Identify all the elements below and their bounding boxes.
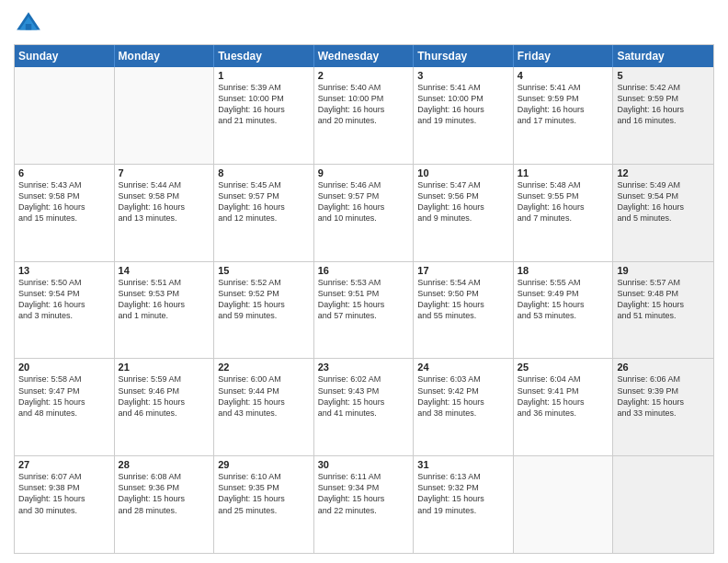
day-number: 16	[318, 265, 410, 276]
day-number: 27	[18, 459, 110, 470]
day-info: Sunrise: 5:59 AM Sunset: 9:46 PM Dayligh…	[119, 373, 210, 419]
day-number: 14	[119, 265, 210, 276]
day-number: 20	[18, 362, 110, 373]
day-number: 5	[617, 70, 710, 81]
svg-rect-2	[26, 24, 31, 29]
calendar-cell: 18Sunrise: 5:55 AM Sunset: 9:49 PM Dayli…	[514, 262, 614, 359]
day-info: Sunrise: 6:07 AM Sunset: 9:38 PM Dayligh…	[18, 471, 110, 516]
day-info: Sunrise: 5:55 AM Sunset: 9:49 PM Dayligh…	[518, 277, 609, 322]
calendar-cell: 31Sunrise: 6:13 AM Sunset: 9:32 PM Dayli…	[414, 456, 514, 553]
calendar-cell: 17Sunrise: 5:54 AM Sunset: 9:50 PM Dayli…	[414, 262, 514, 359]
day-info: Sunrise: 6:00 AM Sunset: 9:44 PM Dayligh…	[218, 373, 310, 419]
calendar-row-1: 1Sunrise: 5:39 AM Sunset: 10:00 PM Dayli…	[15, 67, 713, 164]
calendar-cell: 24Sunrise: 6:03 AM Sunset: 9:42 PM Dayli…	[414, 359, 514, 455]
day-number: 6	[18, 167, 110, 178]
day-info: Sunrise: 5:42 AM Sunset: 9:59 PM Dayligh…	[617, 82, 710, 127]
calendar-cell: 15Sunrise: 5:52 AM Sunset: 9:52 PM Dayli…	[214, 262, 314, 359]
day-number: 18	[518, 265, 609, 276]
calendar-cell: 10Sunrise: 5:47 AM Sunset: 9:56 PM Dayli…	[414, 165, 514, 261]
day-info: Sunrise: 5:50 AM Sunset: 9:54 PM Dayligh…	[18, 277, 110, 322]
day-number: 4	[518, 70, 609, 81]
calendar-cell: 29Sunrise: 6:10 AM Sunset: 9:35 PM Dayli…	[214, 456, 314, 553]
calendar-cell	[15, 67, 115, 164]
day-info: Sunrise: 5:51 AM Sunset: 9:53 PM Dayligh…	[119, 277, 210, 322]
day-info: Sunrise: 6:02 AM Sunset: 9:43 PM Dayligh…	[318, 373, 410, 419]
weekday-header-tuesday: Tuesday	[214, 45, 314, 67]
day-info: Sunrise: 5:41 AM Sunset: 10:00 PM Daylig…	[417, 82, 509, 127]
calendar-cell: 2Sunrise: 5:40 AM Sunset: 10:00 PM Dayli…	[314, 67, 415, 164]
calendar: SundayMondayTuesdayWednesdayThursdayFrid…	[14, 44, 714, 554]
day-number: 22	[218, 362, 310, 373]
day-info: Sunrise: 5:53 AM Sunset: 9:51 PM Dayligh…	[318, 277, 410, 322]
calendar-cell	[115, 67, 215, 164]
day-info: Sunrise: 5:46 AM Sunset: 9:57 PM Dayligh…	[318, 179, 410, 224]
day-info: Sunrise: 5:58 AM Sunset: 9:47 PM Dayligh…	[18, 373, 110, 419]
calendar-cell: 1Sunrise: 5:39 AM Sunset: 10:00 PM Dayli…	[214, 67, 314, 164]
day-info: Sunrise: 5:40 AM Sunset: 10:00 PM Daylig…	[318, 82, 410, 127]
day-number: 8	[218, 167, 310, 178]
calendar-cell: 16Sunrise: 5:53 AM Sunset: 9:51 PM Dayli…	[314, 262, 415, 359]
logo-icon	[14, 9, 43, 39]
day-info: Sunrise: 5:47 AM Sunset: 9:56 PM Dayligh…	[417, 179, 509, 224]
weekday-header-friday: Friday	[514, 45, 614, 67]
calendar-cell: 9Sunrise: 5:46 AM Sunset: 9:57 PM Daylig…	[314, 165, 415, 261]
day-number: 26	[617, 362, 710, 373]
calendar-cell	[613, 456, 713, 553]
calendar-cell: 11Sunrise: 5:48 AM Sunset: 9:55 PM Dayli…	[514, 165, 614, 261]
day-number: 31	[417, 459, 509, 470]
day-info: Sunrise: 5:52 AM Sunset: 9:52 PM Dayligh…	[218, 277, 310, 322]
day-number: 3	[417, 70, 509, 81]
day-number: 2	[318, 70, 410, 81]
calendar-cell: 22Sunrise: 6:00 AM Sunset: 9:44 PM Dayli…	[214, 359, 314, 455]
day-number: 25	[518, 362, 609, 373]
calendar-cell: 12Sunrise: 5:49 AM Sunset: 9:54 PM Dayli…	[613, 165, 713, 261]
day-number: 17	[417, 265, 509, 276]
day-info: Sunrise: 5:43 AM Sunset: 9:58 PM Dayligh…	[18, 179, 110, 224]
calendar-cell: 23Sunrise: 6:02 AM Sunset: 9:43 PM Dayli…	[314, 359, 415, 455]
day-number: 15	[218, 265, 310, 276]
calendar-row-3: 13Sunrise: 5:50 AM Sunset: 9:54 PM Dayli…	[15, 261, 713, 359]
calendar-cell: 3Sunrise: 5:41 AM Sunset: 10:00 PM Dayli…	[414, 67, 514, 164]
calendar-body: 1Sunrise: 5:39 AM Sunset: 10:00 PM Dayli…	[15, 67, 713, 553]
day-info: Sunrise: 6:04 AM Sunset: 9:41 PM Dayligh…	[518, 373, 609, 419]
day-info: Sunrise: 6:10 AM Sunset: 9:35 PM Dayligh…	[218, 471, 310, 516]
weekday-header-thursday: Thursday	[414, 45, 514, 67]
calendar-cell: 30Sunrise: 6:11 AM Sunset: 9:34 PM Dayli…	[314, 456, 415, 553]
day-number: 24	[417, 362, 509, 373]
calendar-cell: 14Sunrise: 5:51 AM Sunset: 9:53 PM Dayli…	[115, 262, 215, 359]
day-info: Sunrise: 5:45 AM Sunset: 9:57 PM Dayligh…	[218, 179, 310, 224]
calendar-cell: 26Sunrise: 6:06 AM Sunset: 9:39 PM Dayli…	[613, 359, 713, 455]
calendar-cell: 4Sunrise: 5:41 AM Sunset: 9:59 PM Daylig…	[514, 67, 614, 164]
day-number: 1	[218, 70, 310, 81]
day-number: 9	[318, 167, 410, 178]
day-info: Sunrise: 6:03 AM Sunset: 9:42 PM Dayligh…	[417, 373, 509, 419]
logo	[14, 9, 47, 39]
calendar-cell: 6Sunrise: 5:43 AM Sunset: 9:58 PM Daylig…	[15, 165, 115, 261]
day-info: Sunrise: 5:49 AM Sunset: 9:54 PM Dayligh…	[617, 179, 710, 224]
calendar-cell: 13Sunrise: 5:50 AM Sunset: 9:54 PM Dayli…	[15, 262, 115, 359]
day-info: Sunrise: 5:39 AM Sunset: 10:00 PM Daylig…	[218, 82, 310, 127]
day-info: Sunrise: 6:08 AM Sunset: 9:36 PM Dayligh…	[119, 471, 210, 516]
day-info: Sunrise: 5:44 AM Sunset: 9:58 PM Dayligh…	[119, 179, 210, 224]
day-number: 13	[18, 265, 110, 276]
day-number: 28	[119, 459, 210, 470]
day-info: Sunrise: 6:06 AM Sunset: 9:39 PM Dayligh…	[617, 373, 710, 419]
day-number: 29	[218, 459, 310, 470]
weekday-header-sunday: Sunday	[15, 45, 115, 67]
day-number: 12	[617, 167, 710, 178]
calendar-cell: 7Sunrise: 5:44 AM Sunset: 9:58 PM Daylig…	[115, 165, 215, 261]
day-info: Sunrise: 5:48 AM Sunset: 9:55 PM Dayligh…	[518, 179, 609, 224]
day-info: Sunrise: 5:57 AM Sunset: 9:48 PM Dayligh…	[617, 277, 710, 322]
day-number: 23	[318, 362, 410, 373]
calendar-row-2: 6Sunrise: 5:43 AM Sunset: 9:58 PM Daylig…	[15, 164, 713, 261]
day-info: Sunrise: 5:41 AM Sunset: 9:59 PM Dayligh…	[518, 82, 609, 127]
day-number: 21	[119, 362, 210, 373]
day-number: 7	[119, 167, 210, 178]
day-number: 10	[417, 167, 509, 178]
calendar-row-4: 20Sunrise: 5:58 AM Sunset: 9:47 PM Dayli…	[15, 358, 713, 455]
calendar-cell: 8Sunrise: 5:45 AM Sunset: 9:57 PM Daylig…	[214, 165, 314, 261]
calendar-header: SundayMondayTuesdayWednesdayThursdayFrid…	[15, 45, 713, 67]
day-info: Sunrise: 6:11 AM Sunset: 9:34 PM Dayligh…	[318, 471, 410, 516]
weekday-header-wednesday: Wednesday	[314, 45, 415, 67]
calendar-cell: 19Sunrise: 5:57 AM Sunset: 9:48 PM Dayli…	[613, 262, 713, 359]
